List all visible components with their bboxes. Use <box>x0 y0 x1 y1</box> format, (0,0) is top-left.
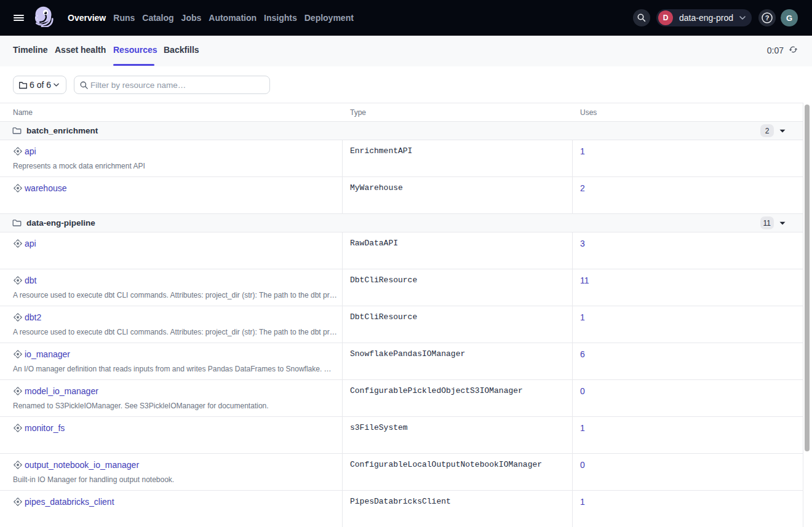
svg-text:?: ? <box>765 14 770 22</box>
